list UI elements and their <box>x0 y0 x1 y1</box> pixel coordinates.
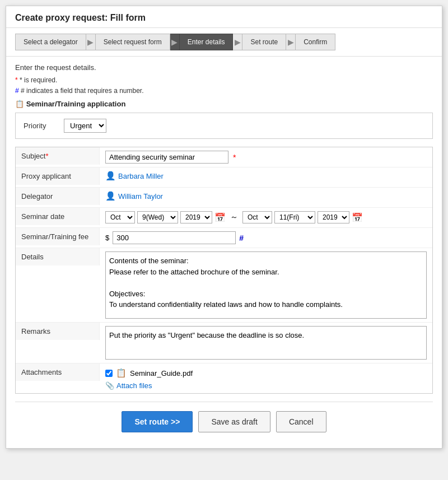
section-title: 📋 Seminar/Training application <box>15 100 433 108</box>
priority-row: Priority Urgent Normal Low <box>24 119 424 133</box>
fee-input[interactable] <box>113 231 236 244</box>
content-area: Enter the request details. * * is requir… <box>6 57 442 448</box>
file-checkbox[interactable] <box>105 370 113 377</box>
fee-row: Seminar/Training fee $ # <box>16 228 432 248</box>
proxy-applicant-link[interactable]: 👤 Barbara Miller <box>105 171 164 181</box>
fee-input-row: $ # <box>105 231 244 244</box>
start-day-select[interactable]: 9(Wed) 10(Thu)11(Fri) <box>137 211 178 223</box>
step-confirm[interactable]: Confirm <box>295 34 335 50</box>
delegator-row: Delegator 👤 William Taylor <box>16 188 432 208</box>
proxy-person-icon: 👤 <box>105 171 116 181</box>
page-title: Create proxy request: Fill form <box>15 13 433 23</box>
delegator-value: 👤 William Taylor <box>100 188 432 204</box>
details-label: Details <box>16 248 100 265</box>
step-set-route[interactable]: Set route <box>242 34 286 50</box>
title-bar: Create proxy request: Fill form <box>6 6 442 28</box>
proxy-applicant-row: Proxy applicant 👤 Barbara Miller <box>16 167 432 188</box>
seminar-date-label: Seminar date <box>16 208 100 225</box>
date-range-tilde: ～ <box>230 212 238 222</box>
end-month-select[interactable]: Oct JanFebMar AprMayJun JulAugSep NovDec <box>242 211 272 223</box>
set-route-button[interactable]: Set route >> <box>122 411 193 432</box>
details-textarea[interactable]: Contents of the seminar: Please refer to… <box>105 251 427 319</box>
attach-files-link[interactable]: 📎 Attach files <box>105 381 193 390</box>
step-arrow-1: ▶ <box>86 34 95 50</box>
priority-select[interactable]: Urgent Normal Low <box>64 119 106 133</box>
end-day-select[interactable]: 11(Fri) 12(Sat)13(Sun) <box>274 211 315 223</box>
fee-label: Seminar/Training fee <box>16 228 100 245</box>
details-row: Details Contents of the seminar: Please … <box>16 248 432 323</box>
save-draft-button[interactable]: Save as draft <box>198 411 270 432</box>
start-month-select[interactable]: Oct JanFebMar AprMayJun JulAugSep NovDec <box>105 211 135 223</box>
remarks-label: Remarks <box>16 323 100 340</box>
end-calendar-icon[interactable]: 📅 <box>352 212 363 223</box>
end-year-select[interactable]: 2019 20202021 <box>318 211 349 223</box>
main-window: Create proxy request: Fill form Select a… <box>6 6 442 449</box>
step-select-delegator[interactable]: Select a delegator <box>15 34 86 50</box>
attachments-row: Attachments 📋 Seminar_Guide.pdf 📎 Attach… <box>16 364 432 393</box>
attachments-label: Attachments <box>16 364 100 381</box>
remarks-row: Remarks Put the priority as "Urgent" bec… <box>16 323 432 364</box>
currency-symbol: $ <box>105 234 109 242</box>
subject-input[interactable] <box>105 151 228 164</box>
step-arrow-2: ▶ <box>170 34 179 50</box>
subject-required-star: * <box>233 153 236 162</box>
remarks-textarea[interactable]: Put the priority as "Urgent" because the… <box>105 326 427 360</box>
priority-label: Priority <box>24 122 57 130</box>
number-required-icon: # <box>239 234 244 243</box>
delegator-person-icon: 👤 <box>105 191 116 201</box>
priority-section: Priority Urgent Normal Low <box>15 113 433 139</box>
proxy-applicant-label: Proxy applicant <box>16 167 100 185</box>
attachment-list: 📋 Seminar_Guide.pdf 📎 Attach files <box>105 368 193 390</box>
step-select-form[interactable]: Select request form <box>95 34 170 50</box>
subject-row: Subject* * <box>16 147 432 167</box>
step-arrow-4: ▶ <box>286 34 295 50</box>
file-name: Seminar_Guide.pdf <box>130 369 193 378</box>
delegator-link[interactable]: 👤 William Taylor <box>105 191 163 201</box>
attachment-file-item: 📋 Seminar_Guide.pdf <box>105 368 193 378</box>
date-range: Oct JanFebMar AprMayJun JulAugSep NovDec… <box>105 211 363 223</box>
cancel-button[interactable]: Cancel <box>276 411 326 432</box>
bottom-buttons: Set route >> Save as draft Cancel <box>15 402 433 441</box>
step-enter-details[interactable]: Enter details <box>179 34 234 50</box>
form-fields: Subject* * Proxy applicant 👤 Barbara Mil… <box>15 147 433 394</box>
seminar-date-value: Oct JanFebMar AprMayJun JulAugSep NovDec… <box>100 208 432 227</box>
fee-value: $ # <box>100 228 432 248</box>
seminar-date-row: Seminar date Oct JanFebMar AprMayJun Jul… <box>16 208 432 228</box>
delegator-label: Delegator <box>16 188 100 205</box>
proxy-applicant-value: 👤 Barbara Miller <box>100 167 432 184</box>
remarks-value: Put the priority as "Urgent" because the… <box>100 323 432 363</box>
subject-label: Subject* <box>16 147 100 165</box>
instructions-text: Enter the request details. <box>15 63 433 72</box>
subject-value: * <box>100 147 432 167</box>
step-arrow-3: ▶ <box>233 34 242 50</box>
details-value: Contents of the seminar: Please refer to… <box>100 248 432 322</box>
stepper: Select a delegator ▶ Select request form… <box>6 28 442 57</box>
file-icon: 📋 <box>116 368 127 378</box>
required-note: * * is required. # # indicates a field t… <box>15 75 433 96</box>
start-calendar-icon[interactable]: 📅 <box>214 212 226 223</box>
attachments-value: 📋 Seminar_Guide.pdf 📎 Attach files <box>100 364 432 393</box>
attach-icon: 📎 <box>105 381 114 390</box>
start-year-select[interactable]: 2019 20202021 <box>180 211 212 223</box>
